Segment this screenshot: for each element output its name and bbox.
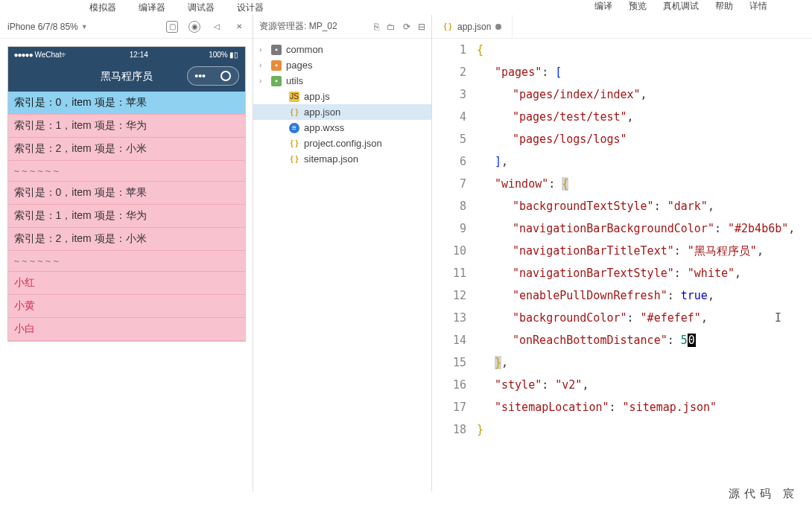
device-frame: ●●●●● WeChatᯤ 12:14 100% ▮▯ 黑马程序员 ••• 索引…	[7, 46, 246, 342]
tree-item-sitemap-json[interactable]: { }sitemap.json	[253, 151, 431, 167]
tab-label: app.json	[457, 22, 491, 32]
nav-bar: 黑马程序员 •••	[8, 62, 245, 92]
tree-item-app-json[interactable]: { }app.json	[253, 104, 431, 120]
list-item[interactable]: 索引是：1，item 项是：华为	[8, 115, 245, 138]
nav-title: 黑马程序员	[101, 70, 153, 83]
cut-icon[interactable]: ✕	[233, 21, 245, 33]
battery-pct: 100%	[209, 51, 228, 59]
status-bar: ●●●●● WeChatᯤ 12:14 100% ▮▯	[8, 47, 245, 62]
editor-panel: { } app.json 123456789101112131415161718…	[432, 15, 812, 491]
list-item[interactable]: 索引是：0，item 项是：苹果	[8, 92, 245, 115]
menu-item[interactable]: 帮助	[715, 0, 733, 13]
editor-tabs: { } app.json	[432, 15, 812, 39]
list-item[interactable]: 索引是：1，item 项是：华为	[8, 205, 245, 228]
file-label: app.wxss	[304, 122, 344, 133]
chevron-right-icon: ›	[259, 45, 267, 54]
tree-item-common[interactable]: ›▪common	[253, 42, 431, 57]
file-label: sitemap.json	[304, 153, 358, 165]
explorer-title: 资源管理器: MP_02	[259, 20, 337, 33]
list-item[interactable]: 索引是：0，item 项是：苹果	[8, 182, 245, 205]
code-editor[interactable]: 123456789101112131415161718 { "pages": […	[432, 39, 812, 491]
file-label: pages	[286, 60, 312, 71]
device-selector[interactable]: iPhone 6/7/8 85%	[7, 22, 78, 32]
menu-item[interactable]: 编译器	[139, 1, 165, 14]
tree-item-pages[interactable]: ›▪pages	[253, 57, 431, 73]
file-label: utils	[286, 75, 303, 86]
json-icon: { }	[289, 138, 299, 149]
text-cursor-icon: I	[775, 307, 781, 329]
simulator-panel: iPhone 6/7/8 85% ▼ ▢ ◉ ◁ ✕ ●●●●● WeChatᯤ…	[0, 15, 253, 491]
signal-icon: ●●●●●	[14, 51, 33, 59]
clock: 12:14	[130, 51, 148, 59]
capsule-button[interactable]: •••	[187, 66, 239, 86]
wxss-icon: ≡	[289, 123, 299, 133]
list-item[interactable]: 索引是：2，item 项是：小米	[8, 138, 245, 161]
file-label: app.json	[304, 106, 340, 118]
list-item[interactable]: 小白	[8, 318, 245, 341]
collapse-icon[interactable]: ⊟	[418, 22, 425, 32]
tree-item-utils[interactable]: ›▪utils	[253, 73, 431, 89]
chevron-right-icon: ›	[259, 77, 267, 85]
tab-app-json[interactable]: { } app.json	[432, 15, 513, 39]
chevron-right-icon: ›	[259, 61, 267, 69]
folder-icon: ▪	[271, 45, 282, 55]
json-icon: { }	[443, 22, 453, 32]
list-item[interactable]: 小红	[8, 272, 245, 295]
battery-icon: ▮▯	[229, 51, 238, 59]
folder-o-icon: ▪	[271, 60, 282, 71]
js-icon: JS	[289, 92, 299, 102]
json-icon: { }	[289, 107, 299, 118]
explorer-header: 资源管理器: MP_02 ⎘ 🗀 ⟳ ⊟	[253, 15, 431, 39]
tree-item-app-js[interactable]: JSapp.js	[253, 89, 431, 104]
menu-item[interactable]: 预览	[629, 0, 647, 13]
folder-g-icon: ▪	[271, 76, 282, 86]
top-menu-right: 编译 预览 真机调试 帮助 详情	[594, 0, 767, 13]
new-file-icon[interactable]: ⎘	[374, 22, 379, 32]
menu-item[interactable]: 模拟器	[89, 1, 116, 14]
line-gutter: 123456789101112131415161718	[432, 39, 477, 491]
new-folder-icon[interactable]: 🗀	[387, 22, 396, 32]
chevron-down-icon[interactable]: ▼	[81, 23, 88, 31]
list-item[interactable]: ~~~~~~	[8, 161, 245, 182]
list-item[interactable]: 索引是：2，item 项是：小米	[8, 228, 245, 251]
menu-item[interactable]: 详情	[749, 0, 767, 13]
tree-item-project-config-json[interactable]: { }project.config.json	[253, 136, 431, 151]
close-ring-icon[interactable]	[221, 71, 231, 81]
menu-item[interactable]: 真机调试	[663, 0, 699, 13]
edit-cursor: 0	[688, 334, 696, 347]
file-label: common	[286, 44, 323, 55]
file-label: app.js	[304, 91, 330, 102]
refresh-icon[interactable]: ⟳	[403, 22, 410, 32]
menu-item[interactable]: 设计器	[237, 1, 264, 14]
list-item[interactable]: 小黄	[8, 295, 245, 318]
mute-icon[interactable]: ◁	[211, 21, 223, 33]
record-icon[interactable]: ◉	[188, 21, 200, 33]
carrier-label: WeChat	[34, 51, 61, 59]
watermark: 源代码 宸	[729, 487, 799, 501]
code-lines[interactable]: { "pages": [ "pages/index/index", "pages…	[477, 39, 812, 491]
screen-icon[interactable]: ▢	[166, 21, 178, 33]
list-item[interactable]: ~~~~~~	[8, 251, 245, 272]
menu-item[interactable]: 调试器	[188, 1, 215, 14]
tree-item-app-wxss[interactable]: ≡app.wxss	[253, 120, 431, 136]
simulator-toolbar: iPhone 6/7/8 85% ▼ ▢ ◉ ◁ ✕	[0, 15, 253, 39]
file-tree[interactable]: ›▪common›▪pages›▪utilsJSapp.js{ }app.jso…	[253, 39, 431, 170]
page-content[interactable]: 索引是：0，item 项是：苹果索引是：1，item 项是：华为索引是：2，it…	[8, 92, 245, 341]
wifi-icon: ᯤ	[61, 51, 69, 59]
file-label: project.config.json	[304, 138, 382, 149]
menu-item[interactable]: 编译	[594, 0, 612, 13]
menu-dots-icon[interactable]: •••	[194, 70, 206, 82]
json-icon: { }	[289, 154, 299, 165]
dirty-indicator-icon	[495, 24, 501, 30]
explorer-panel: 资源管理器: MP_02 ⎘ 🗀 ⟳ ⊟ ›▪common›▪pages›▪ut…	[253, 15, 432, 491]
